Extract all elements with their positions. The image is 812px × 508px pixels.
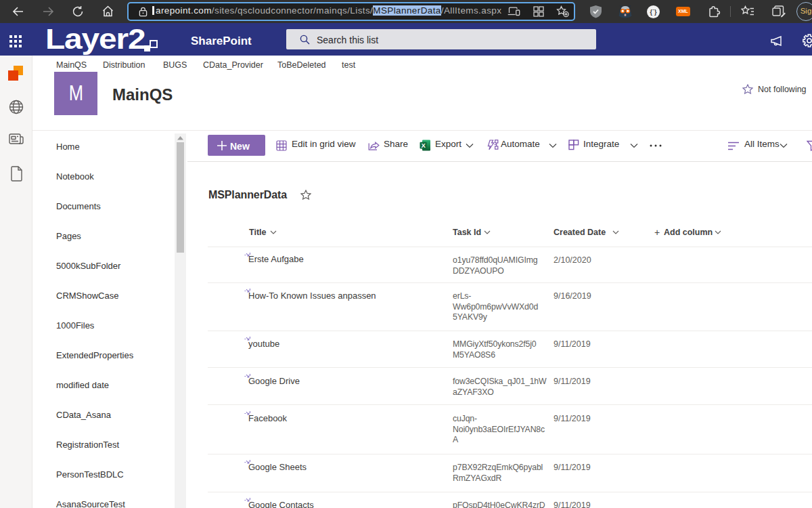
svg-text:X: X [422, 142, 426, 149]
svg-text:{˙}: {˙} [650, 9, 656, 16]
